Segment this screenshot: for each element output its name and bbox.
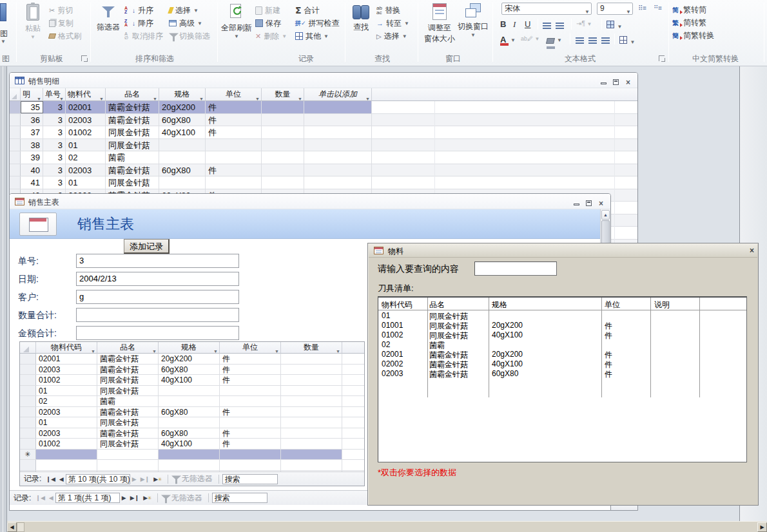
list-cell[interactable]: 40gX100 xyxy=(492,330,523,339)
save-record-button[interactable]: 保存 xyxy=(255,17,281,29)
table-cell[interactable]: 02003 xyxy=(36,407,97,417)
table-cell[interactable]: 菌霸金针菇 xyxy=(106,114,159,126)
table-cell[interactable]: 菌霸金针菇 xyxy=(97,407,159,417)
field-input[interactable] xyxy=(76,326,239,340)
close-button[interactable]: × xyxy=(623,76,634,85)
table-cell[interactable]: 02003 xyxy=(66,164,106,176)
row-selector[interactable] xyxy=(20,375,36,385)
select-button[interactable]: ▷ 选择▼ xyxy=(376,30,407,42)
table-row[interactable]: ✳ xyxy=(20,450,364,461)
paste-button[interactable]: 粘贴 ▼ xyxy=(24,4,41,49)
table-row[interactable]: 02003菌霸金针菇60gX80件 xyxy=(20,365,364,375)
table-cell[interactable] xyxy=(304,164,372,176)
table-cell[interactable] xyxy=(36,460,97,470)
prev-record-button[interactable]: ◀ xyxy=(49,495,53,501)
goto-button[interactable]: → 转至▼ xyxy=(376,17,409,29)
table-cell[interactable]: 02001 xyxy=(36,354,97,364)
table-cell[interactable]: 41 xyxy=(21,176,43,189)
field-input[interactable]: g xyxy=(76,290,239,304)
table-row[interactable]: 02001菌霸金针菇20gX200件 xyxy=(20,354,364,365)
table-cell[interactable] xyxy=(159,450,220,460)
table-cell[interactable] xyxy=(97,450,159,460)
table-cell[interactable]: 件 xyxy=(220,407,281,417)
field-input[interactable]: 3 xyxy=(76,254,239,268)
column-header[interactable]: 明▼ xyxy=(21,88,43,101)
more-records-button[interactable]: 其他▼ xyxy=(295,30,329,42)
table-cell[interactable] xyxy=(304,176,372,189)
field-input[interactable]: 2004/2/13 xyxy=(76,272,239,286)
row-selector[interactable] xyxy=(10,151,21,164)
table-cell[interactable]: 60gX80 xyxy=(159,114,206,126)
first-record-button[interactable]: ❙◀ xyxy=(46,476,55,482)
search-input[interactable]: 搜索 xyxy=(222,474,278,484)
table-cell[interactable]: 3 xyxy=(43,101,66,113)
field-input[interactable] xyxy=(76,308,239,322)
table-cell[interactable]: 40 xyxy=(21,164,43,176)
select-all-corner[interactable] xyxy=(20,342,36,354)
list-cell[interactable]: 40gX100 xyxy=(492,359,523,368)
table-cell[interactable]: 02003 xyxy=(36,428,97,439)
filter-status[interactable]: 无筛选器 xyxy=(171,493,202,504)
table-cell[interactable]: 件 xyxy=(220,428,281,439)
views-button[interactable]: 图 xyxy=(0,28,8,39)
table-cell[interactable]: 3 xyxy=(43,126,66,138)
table-cell[interactable]: 3 xyxy=(43,164,66,176)
table-cell[interactable] xyxy=(304,114,372,126)
switch-windows-button[interactable]: 切换窗口 ▼ xyxy=(456,3,490,50)
convert-button[interactable]: 簡 简繁转换 xyxy=(672,30,714,41)
table-cell[interactable] xyxy=(262,114,304,126)
table-cell[interactable] xyxy=(220,450,281,460)
table-cell[interactable] xyxy=(220,396,281,406)
table-cell[interactable]: 40gX100 xyxy=(159,375,220,385)
list-cell[interactable]: 02 xyxy=(382,340,390,349)
find-button[interactable]: 查找 xyxy=(351,4,371,49)
new-record-button[interactable]: ▶✳ xyxy=(153,476,162,482)
table-cell[interactable]: 菌霸金针菇 xyxy=(97,354,159,364)
table-row[interactable]: 40302003菌霸金针菇60gX80件 xyxy=(10,164,637,177)
table-cell[interactable]: 01002 xyxy=(36,439,97,449)
last-record-button[interactable]: ▶❙ xyxy=(130,495,139,501)
table-cell[interactable]: 01 xyxy=(66,176,106,189)
font-color-button[interactable]: A xyxy=(500,33,509,46)
row-selector[interactable] xyxy=(10,139,21,151)
underline-button[interactable]: U xyxy=(525,19,530,29)
simplified-to-traditional-button[interactable]: 繁 简转繁 xyxy=(672,17,706,28)
column-header[interactable]: 规格▼ xyxy=(159,88,206,101)
list-cell[interactable]: 01002 xyxy=(382,330,403,339)
table-cell[interactable] xyxy=(281,386,342,396)
table-cell[interactable] xyxy=(206,176,262,189)
list-cell[interactable]: 01 xyxy=(382,311,390,320)
cut-button[interactable]: ✂ 剪切 xyxy=(49,5,73,16)
column-header[interactable]: 品名▼ xyxy=(106,88,159,101)
table-cell[interactable] xyxy=(262,164,304,176)
table-cell[interactable]: 35 xyxy=(21,101,43,113)
font-size-combo[interactable]: 9▼ xyxy=(597,3,633,15)
table-cell[interactable] xyxy=(281,417,342,428)
table-cell[interactable]: 同展金针菇 xyxy=(106,139,159,151)
delete-record-button[interactable]: ✕ 删除▼ xyxy=(255,30,287,42)
bullets-button[interactable]: ⠿≡ xyxy=(638,5,646,12)
table-cell[interactable]: 40gX100 xyxy=(159,126,206,138)
row-selector[interactable] xyxy=(10,126,21,138)
table-cell[interactable] xyxy=(159,460,220,470)
close-button[interactable]: × xyxy=(750,246,754,255)
table-row[interactable]: 01同展金针菇 xyxy=(20,417,364,428)
record-position[interactable]: 第 10 项(共 10 项) xyxy=(66,474,130,484)
list-cell[interactable]: 60gX80 xyxy=(492,369,518,378)
table-cell[interactable]: 60gX80 xyxy=(159,365,220,375)
sales-detail-titlebar[interactable]: 销售明细 × xyxy=(10,73,637,88)
table-cell[interactable]: 件 xyxy=(220,375,281,385)
format-painter-button[interactable]: 格式刷 xyxy=(49,30,81,42)
table-cell[interactable] xyxy=(304,101,372,113)
list-cell[interactable]: 02003 xyxy=(382,369,403,378)
table-cell[interactable] xyxy=(304,151,372,164)
table-cell[interactable]: 菌霸金针菇 xyxy=(97,365,159,375)
table-cell[interactable]: 菌霸金针菇 xyxy=(106,101,159,113)
table-cell[interactable]: 件 xyxy=(220,354,281,364)
scroll-right-button[interactable]: ▶ xyxy=(757,522,767,532)
copy-button[interactable]: 复制 xyxy=(49,17,73,29)
table-cell[interactable]: 3 xyxy=(43,114,66,126)
table-cell[interactable]: 38 xyxy=(21,139,43,151)
row-selector[interactable] xyxy=(20,428,36,439)
table-cell[interactable]: 菌霸金针菇 xyxy=(97,428,159,439)
